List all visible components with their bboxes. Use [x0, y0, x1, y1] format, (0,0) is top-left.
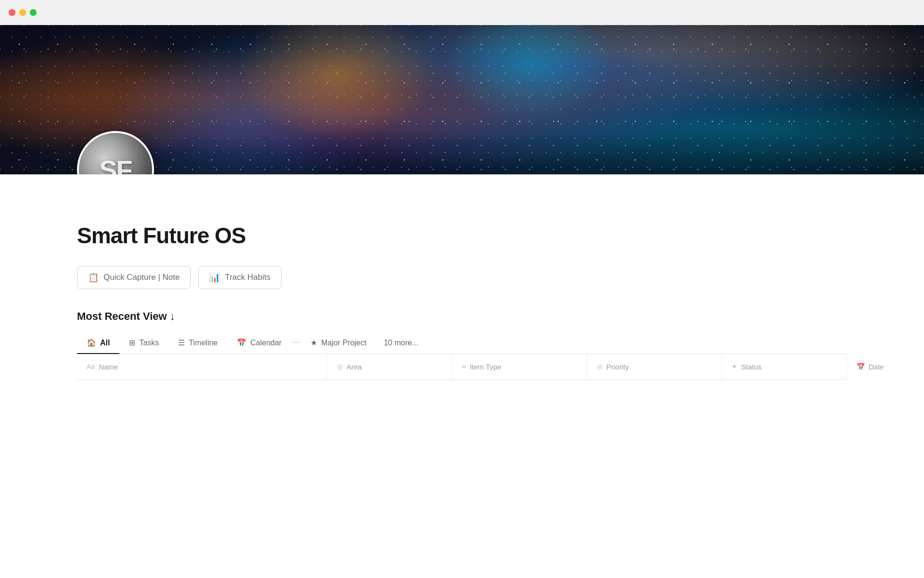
priority-col-label: Priority — [606, 363, 629, 371]
tab-timeline[interactable]: ☰ Timeline — [168, 332, 227, 354]
tab-calendar-label: Calendar — [250, 339, 282, 347]
track-habits-button[interactable]: 📊 Track Habits — [198, 266, 282, 289]
item-type-col-label: Item Type — [470, 363, 501, 371]
tabs-row: 🏠 All ⊞ Tasks ☰ Timeline 📅 Calendar — ★ … — [77, 332, 847, 354]
main-content: Smart Future OS 📋 Quick Capture | Note 📊… — [0, 174, 924, 399]
avatar-initials: SF — [99, 154, 132, 175]
tab-more[interactable]: 10 more... — [376, 333, 426, 353]
page-title: Smart Future OS — [77, 223, 847, 249]
close-button[interactable] — [9, 9, 15, 16]
status-col-label: Status — [741, 363, 762, 371]
minimize-button[interactable] — [19, 9, 26, 16]
track-habits-icon: 📊 — [209, 272, 220, 283]
status-col-icon: ✦ — [732, 363, 737, 370]
column-name[interactable]: Aa Name — [77, 354, 327, 380]
tab-calendar[interactable]: 📅 Calendar — [227, 332, 291, 354]
column-item-type[interactable]: ≡ Item Type — [452, 354, 587, 380]
column-priority[interactable]: ◎ Priority — [587, 354, 722, 380]
tab-timeline-label: Timeline — [189, 339, 218, 347]
track-habits-label: Track Habits — [225, 273, 270, 282]
hero-banner: SF — [0, 25, 924, 174]
tab-tasks-label: Tasks — [139, 339, 159, 347]
column-area[interactable]: ◎ Area — [327, 354, 452, 380]
area-col-label: Area — [346, 363, 362, 371]
quick-capture-icon: 📋 — [88, 272, 99, 283]
tab-major-project-icon: ★ — [310, 338, 317, 347]
date-col-icon: 📅 — [857, 363, 865, 370]
title-bar — [0, 0, 924, 25]
quick-capture-button[interactable]: 📋 Quick Capture | Note — [77, 266, 191, 289]
quick-capture-label: Quick Capture | Note — [103, 273, 180, 282]
table-header: Aa Name ◎ Area ≡ Item Type ◎ Priority ✦ … — [77, 354, 847, 380]
area-col-icon: ◎ — [337, 363, 343, 370]
name-col-icon: Aa — [87, 363, 95, 370]
column-date[interactable]: 📅 Date — [847, 354, 924, 380]
date-col-label: Date — [869, 363, 884, 371]
item-type-col-icon: ≡ — [462, 363, 466, 370]
avatar-container: SF — [77, 131, 154, 174]
tab-all-icon: 🏠 — [87, 338, 96, 347]
tab-calendar-icon: 📅 — [237, 338, 246, 347]
name-col-label: Name — [99, 363, 118, 371]
tab-major-project[interactable]: ★ Major Project — [301, 332, 376, 354]
tab-all[interactable]: 🏠 All — [77, 332, 119, 354]
tab-tasks[interactable]: ⊞ Tasks — [119, 332, 168, 354]
priority-col-icon: ◎ — [597, 363, 603, 370]
tab-timeline-icon: ☰ — [178, 338, 185, 347]
action-buttons-row: 📋 Quick Capture | Note 📊 Track Habits — [77, 266, 847, 289]
column-status[interactable]: ✦ Status — [722, 354, 847, 380]
tab-tasks-icon: ⊞ — [129, 338, 135, 347]
tab-all-label: All — [100, 339, 110, 347]
section-heading: Most Recent View ↓ — [77, 310, 847, 323]
tabs-container: 🏠 All ⊞ Tasks ☰ Timeline 📅 Calendar — ★ … — [77, 332, 847, 354]
maximize-button[interactable] — [30, 9, 37, 16]
section-heading-text: Most Recent View ↓ — [77, 310, 175, 323]
tab-major-project-label: Major Project — [321, 339, 366, 347]
tab-more-label: 10 more... — [384, 339, 418, 347]
avatar: SF — [77, 131, 154, 174]
tab-separator: — — [291, 337, 301, 349]
